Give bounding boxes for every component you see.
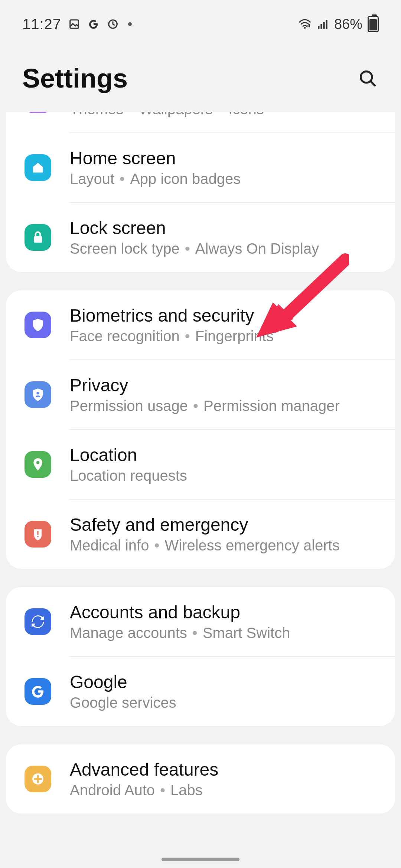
row-text: GoogleGoogle services bbox=[70, 672, 176, 711]
home-screen-icon bbox=[25, 154, 51, 181]
accounts-backup-icon bbox=[25, 608, 51, 635]
svg-point-11 bbox=[36, 461, 40, 464]
settings-group: Advanced featuresAndroid Auto•Labs bbox=[6, 744, 395, 813]
row-subtitle: Google services bbox=[70, 694, 176, 711]
settings-item-location[interactable]: LocationLocation requests bbox=[6, 430, 395, 499]
svg-point-2 bbox=[304, 27, 306, 29]
svg-rect-0 bbox=[70, 20, 79, 29]
battery-icon bbox=[368, 16, 379, 32]
status-time: 11:27 bbox=[22, 16, 61, 33]
signal-icon bbox=[316, 18, 329, 30]
row-subtitle: Layout•App icon badges bbox=[70, 171, 241, 187]
settings-item-accounts-backup[interactable]: Accounts and backupManage accounts•Smart… bbox=[6, 587, 395, 656]
row-title: Location bbox=[70, 445, 187, 465]
settings-item-safety-emergency[interactable]: Safety and emergencyMedical info•Wireles… bbox=[6, 500, 395, 569]
settings-list: ThemesThemes•Wallpapers•IconsHome screen… bbox=[0, 112, 401, 813]
battery-percent: 86% bbox=[334, 16, 362, 32]
settings-item-lock-screen[interactable]: Lock screenScreen lock type•Always On Di… bbox=[6, 203, 395, 272]
settings-group: Biometrics and securityFace recognition•… bbox=[6, 290, 395, 569]
status-bar: 11:27 86% bbox=[0, 0, 401, 37]
google-g-icon bbox=[87, 18, 100, 30]
status-left: 11:27 bbox=[22, 16, 132, 33]
row-text: Lock screenScreen lock type•Always On Di… bbox=[70, 218, 319, 257]
row-subtitle: Android Auto•Labs bbox=[70, 782, 218, 799]
themes-icon bbox=[25, 112, 51, 113]
row-text: Home screenLayout•App icon badges bbox=[70, 148, 241, 187]
row-text: PrivacyPermission usage•Permission manag… bbox=[70, 375, 340, 414]
row-subtitle: Face recognition•Fingerprints bbox=[70, 328, 274, 345]
biometrics-security-icon bbox=[25, 312, 51, 338]
row-title: Privacy bbox=[70, 375, 340, 395]
more-notifications-dot bbox=[128, 22, 132, 26]
row-title: Home screen bbox=[70, 148, 241, 168]
row-subtitle: Screen lock type•Always On Display bbox=[70, 240, 319, 257]
row-subtitle: Medical info•Wireless emergency alerts bbox=[70, 537, 340, 554]
page-title: Settings bbox=[22, 63, 128, 93]
row-text: Accounts and backupManage accounts•Smart… bbox=[70, 602, 290, 641]
settings-item-google[interactable]: GoogleGoogle services bbox=[6, 657, 395, 726]
search-icon bbox=[358, 69, 377, 88]
safety-emergency-icon bbox=[25, 521, 51, 548]
row-subtitle: Themes•Wallpapers•Icons bbox=[70, 112, 264, 118]
location-icon bbox=[25, 451, 51, 478]
lock-screen-icon bbox=[25, 224, 51, 251]
row-subtitle: Permission usage•Permission manager bbox=[70, 398, 340, 414]
privacy-icon bbox=[25, 381, 51, 408]
row-title: Lock screen bbox=[70, 218, 319, 238]
settings-group: ThemesThemes•Wallpapers•IconsHome screen… bbox=[6, 112, 395, 272]
settings-item-home-screen[interactable]: Home screenLayout•App icon badges bbox=[6, 133, 395, 202]
row-text: LocationLocation requests bbox=[70, 445, 187, 484]
row-title: Advanced features bbox=[70, 759, 218, 780]
svg-rect-9 bbox=[34, 236, 42, 243]
search-button[interactable] bbox=[356, 67, 379, 89]
svg-rect-12 bbox=[37, 531, 38, 535]
gallery-icon bbox=[68, 18, 81, 30]
nav-bar-indicator bbox=[162, 858, 239, 861]
header: Settings bbox=[0, 37, 401, 112]
svg-rect-5 bbox=[323, 22, 325, 29]
clock-icon bbox=[107, 18, 119, 30]
settings-item-biometrics-security[interactable]: Biometrics and securityFace recognition•… bbox=[6, 290, 395, 359]
row-text: Advanced featuresAndroid Auto•Labs bbox=[70, 759, 218, 799]
row-subtitle: Location requests bbox=[70, 467, 187, 484]
row-text: Safety and emergencyMedical info•Wireles… bbox=[70, 514, 340, 554]
svg-rect-4 bbox=[320, 24, 322, 29]
svg-rect-13 bbox=[37, 536, 38, 537]
settings-item-privacy[interactable]: PrivacyPermission usage•Permission manag… bbox=[6, 360, 395, 429]
row-title: Accounts and backup bbox=[70, 602, 290, 622]
row-title: Biometrics and security bbox=[70, 305, 274, 326]
row-text: Biometrics and securityFace recognition•… bbox=[70, 305, 274, 345]
row-subtitle: Manage accounts•Smart Switch bbox=[70, 625, 290, 641]
svg-point-10 bbox=[36, 392, 39, 394]
svg-rect-6 bbox=[326, 20, 327, 29]
wifi-icon bbox=[299, 18, 311, 30]
settings-group: Accounts and backupManage accounts•Smart… bbox=[6, 587, 395, 726]
google-icon bbox=[25, 678, 51, 705]
advanced-features-icon bbox=[25, 766, 51, 792]
row-text: ThemesThemes•Wallpapers•Icons bbox=[70, 112, 264, 118]
svg-line-8 bbox=[371, 82, 375, 86]
settings-item-advanced-features[interactable]: Advanced featuresAndroid Auto•Labs bbox=[6, 744, 395, 813]
row-title: Safety and emergency bbox=[70, 514, 340, 535]
row-title: Google bbox=[70, 672, 176, 692]
status-right: 86% bbox=[299, 16, 379, 32]
settings-item-themes[interactable]: ThemesThemes•Wallpapers•Icons bbox=[6, 112, 395, 132]
svg-rect-3 bbox=[318, 26, 319, 29]
